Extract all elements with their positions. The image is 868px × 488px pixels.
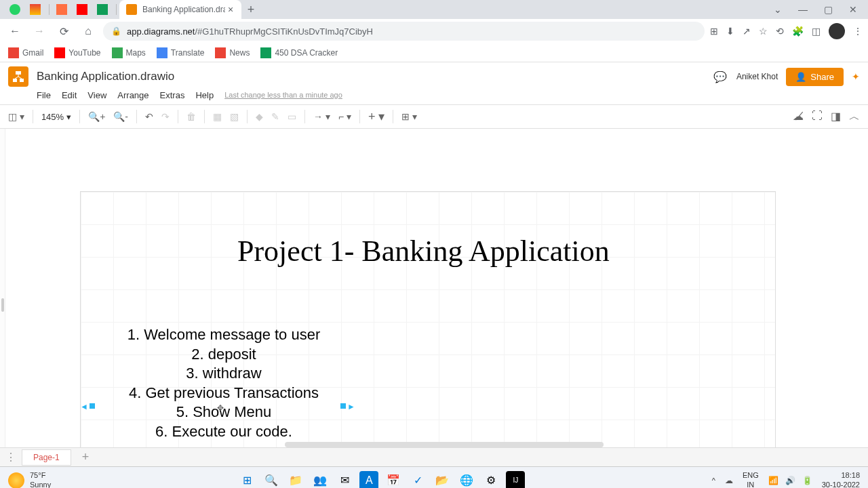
active-tab[interactable]: Banking Application.drawio - dia × — [119, 0, 241, 19]
cloud-off-icon[interactable]: ☁̸ — [793, 110, 804, 124]
horizontal-scrollbar[interactable] — [285, 442, 604, 447]
resize-handle-left[interactable] — [90, 403, 95, 409]
undo-button[interactable]: ↶ — [145, 111, 153, 122]
tips-icon[interactable]: ✦ — [852, 71, 860, 82]
volume-icon[interactable]: 🔊 — [785, 476, 795, 485]
share-icon[interactable]: ↗ — [743, 26, 751, 37]
pinned-tab-generic[interactable] — [52, 1, 71, 18]
menu-extras[interactable]: Extras — [160, 90, 185, 100]
resize-handle-right[interactable] — [340, 403, 346, 409]
fill-color-button[interactable]: ◆ — [256, 111, 263, 122]
url-path: /#G1huTRhuprMgCSITiKnUsDvTImJq7CibyH — [195, 26, 372, 37]
tray-chevron-icon[interactable]: ^ — [712, 476, 715, 485]
outline-collapsed-sidebar[interactable] — [0, 129, 5, 447]
history-icon[interactable]: ⟲ — [776, 26, 784, 37]
folder-icon[interactable]: 📂 — [433, 471, 452, 489]
to-back-button[interactable]: ▧ — [230, 111, 239, 122]
url-bar[interactable]: 🔒 app.diagrams.net/#G1huTRhuprMgCSITiKnU… — [103, 22, 705, 41]
collapse-icon[interactable]: ︿ — [849, 110, 860, 124]
drawio-logo[interactable] — [8, 66, 28, 87]
to-front-button[interactable]: ▦ — [213, 111, 222, 122]
reload-button[interactable]: ⟳ — [54, 22, 73, 41]
share-button[interactable]: 👤Share — [786, 68, 844, 86]
language-indicator[interactable]: ENG IN — [743, 471, 759, 488]
close-tab-button[interactable]: × — [225, 4, 236, 15]
delete-button[interactable]: 🗑 — [186, 111, 196, 122]
table-button[interactable]: ⊞ ▾ — [401, 111, 417, 122]
zoom-in-button[interactable]: 🔍+ — [88, 111, 105, 122]
minimize-button[interactable]: — — [798, 4, 808, 15]
search-button[interactable]: 🔍 — [262, 471, 281, 489]
new-tab-button[interactable]: + — [241, 0, 260, 19]
bookmark-gmail[interactable]: Gmail — [8, 47, 43, 58]
mail-icon[interactable]: ✉ — [335, 471, 354, 489]
chrome-icon[interactable]: 🌐 — [457, 471, 476, 489]
calendar-icon[interactable]: 📅 — [384, 471, 403, 489]
menu-help[interactable]: Help — [195, 90, 214, 100]
bookmark-news[interactable]: News — [215, 47, 250, 58]
app-toolbar: ◫ ▾ 145% ▾ 🔍+ 🔍- ↶ ↷ 🗑 ▦ ▧ ◆ ✎ ▭ → ▾ ⌐ ▾… — [0, 104, 868, 129]
onedrive-icon[interactable]: ☁ — [725, 476, 733, 485]
clock[interactable]: 18:18 30-10-2022 — [822, 471, 860, 488]
pinned-tab-gmail[interactable] — [26, 1, 45, 18]
diagram-list-text[interactable]: 1. Welcome message to user 2. deposit 3.… — [115, 325, 332, 442]
menu-arrange[interactable]: Arrange — [117, 90, 149, 100]
close-window-button[interactable]: ✕ — [849, 4, 857, 15]
pinned-tab-whatsapp[interactable] — [5, 1, 24, 18]
menu-view[interactable]: View — [87, 90, 106, 100]
extensions-icon[interactable]: 🧩 — [792, 26, 804, 37]
menu-icon[interactable]: ⋮ — [853, 26, 863, 37]
start-button[interactable]: ⊞ — [237, 471, 256, 489]
insert-button[interactable]: + ▾ — [368, 109, 385, 124]
sidepanel-icon[interactable]: ◫ — [812, 26, 821, 37]
back-button[interactable]: ← — [5, 22, 24, 41]
sidebar-toggle[interactable]: ◫ ▾ — [8, 111, 24, 122]
app-icon-2[interactable]: ⚙ — [481, 471, 500, 489]
redo-button[interactable]: ↷ — [161, 111, 170, 122]
bookmark-translate[interactable]: Translate — [157, 47, 205, 58]
diagram-title-text[interactable]: Project 1- Banking Application — [237, 234, 610, 268]
bookmark-youtube[interactable]: YouTube — [54, 47, 100, 58]
fullscreen-icon[interactable]: ⛶ — [812, 110, 823, 124]
windows-taskbar: 75°F Sunny ⊞ 🔍 📁 👥 ✉ A 📅 ✓ 📂 🌐 ⚙ IJ ^ ☁ … — [0, 466, 868, 488]
connection-button[interactable]: → ▾ — [313, 111, 330, 122]
zoom-out-button[interactable]: 🔍- — [113, 111, 128, 122]
arrow-handle-left[interactable]: ◄ — [80, 402, 88, 411]
format-panel-icon[interactable]: ◨ — [831, 110, 841, 124]
bookmark-dsa[interactable]: 450 DSA Cracker — [260, 47, 338, 58]
chevron-down-icon[interactable]: ⌄ — [774, 4, 782, 15]
last-change-link[interactable]: Last change less than a minute ago — [224, 91, 342, 99]
pinned-tab-youtube[interactable] — [73, 1, 92, 18]
tab-title: Banking Application.drawio - dia — [142, 5, 225, 14]
pinned-tab-drive[interactable] — [93, 1, 112, 18]
intellij-icon[interactable]: IJ — [506, 471, 525, 489]
bookmark-maps[interactable]: Maps — [112, 47, 146, 58]
canvas[interactable]: Project 1- Banking Application 1. Welcom… — [0, 129, 868, 447]
menu-file[interactable]: File — [37, 90, 51, 100]
arrow-handle-right[interactable]: ► — [347, 402, 355, 411]
line-color-button[interactable]: ✎ — [271, 111, 279, 122]
download-icon[interactable]: ⬇ — [726, 26, 734, 37]
explorer-icon[interactable]: 📁 — [286, 471, 305, 489]
todo-icon[interactable]: ✓ — [408, 471, 427, 489]
weather-widget[interactable]: 75°F Sunny — [8, 471, 51, 488]
install-app-icon[interactable]: ⊞ — [710, 26, 718, 37]
page-menu-button[interactable]: ⋮ — [5, 451, 16, 464]
battery-icon[interactable]: 🔋 — [802, 476, 812, 485]
zoom-dropdown[interactable]: 145% ▾ — [41, 112, 71, 122]
comments-button[interactable]: 💬 — [712, 68, 728, 85]
maximize-button[interactable]: ▢ — [824, 4, 833, 15]
bookmark-icon[interactable]: ☆ — [759, 26, 768, 37]
profile-avatar[interactable] — [829, 23, 845, 39]
page-tab-1[interactable]: Page-1 — [22, 449, 71, 466]
forward-button[interactable]: → — [30, 22, 49, 41]
add-page-button[interactable]: + — [77, 450, 95, 464]
menu-edit[interactable]: Edit — [62, 90, 77, 100]
app-icon-1[interactable]: A — [359, 471, 378, 489]
teams-icon[interactable]: 👥 — [311, 471, 330, 489]
shadow-button[interactable]: ▭ — [288, 111, 296, 122]
wifi-icon[interactable]: 📶 — [768, 476, 778, 485]
document-title[interactable]: Banking Application.drawio — [37, 70, 704, 83]
waypoints-button[interactable]: ⌐ ▾ — [338, 111, 351, 122]
home-button[interactable]: ⌂ — [79, 22, 98, 41]
